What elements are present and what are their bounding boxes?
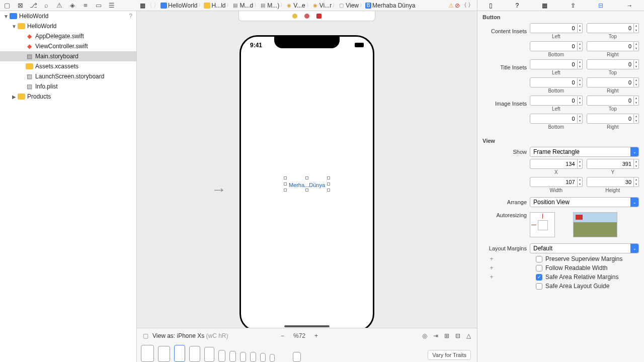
inset-input[interactable] (587, 77, 634, 87)
autoresize-control[interactable] (530, 212, 555, 237)
help-inspector-icon[interactable]: ? (516, 2, 519, 9)
arrange-icon[interactable]: △ (466, 332, 471, 339)
margins-dropdown[interactable]: Default⌄ (530, 243, 639, 253)
tree-root[interactable]: ▼ HelloWorld ? (0, 11, 136, 21)
resolve-icon[interactable]: ⊟ (455, 332, 460, 339)
plus-icon[interactable]: + (489, 264, 495, 272)
warn-icon[interactable]: ⚠ (55, 2, 63, 10)
pin-icon[interactable]: ⊞ (444, 332, 449, 339)
inset-input[interactable] (530, 41, 578, 51)
tag-icon[interactable]: ◈ (68, 2, 76, 10)
jb-back-icon[interactable]: 〈 (461, 1, 467, 10)
x-input[interactable] (530, 159, 578, 169)
stepper[interactable]: ▴▾ (634, 114, 639, 124)
dot-icon (316, 14, 321, 19)
file-inspector-icon[interactable]: ▯ (489, 2, 493, 9)
stepper[interactable]: ▴▾ (634, 77, 639, 87)
inset-input[interactable] (587, 23, 634, 33)
arrange-dropdown[interactable]: Position View⌄ (530, 197, 639, 207)
jump-seg[interactable]: BMerhaba Dünya (365, 2, 415, 9)
zoom-out-button[interactable]: − (281, 332, 284, 339)
zoom-in-button[interactable]: + (314, 332, 318, 339)
size-inspector-icon[interactable]: ⊟ (598, 2, 603, 9)
tree-row[interactable]: ▤Main.storyboard (0, 51, 136, 61)
stepper[interactable]: ▴▾ (578, 159, 583, 169)
stepper[interactable]: ▴▾ (578, 59, 583, 69)
attr-inspector-icon[interactable]: ⇪ (571, 2, 576, 9)
y-input[interactable] (587, 159, 634, 169)
folder-icon[interactable]: ▢ (3, 2, 11, 10)
height-input[interactable] (587, 177, 634, 187)
grid-icon[interactable]: ▦ (140, 2, 145, 9)
help-icon[interactable]: ? (129, 13, 136, 20)
branch-icon[interactable]: ⎇ (29, 2, 37, 10)
file-icon (17, 22, 25, 30)
stepper[interactable]: ▴▾ (578, 114, 583, 124)
checkbox[interactable] (536, 283, 542, 290)
selected-button[interactable]: Merha...Dünya (288, 182, 326, 189)
list-icon[interactable]: ≡ (82, 2, 90, 10)
jb-fwd-icon[interactable]: 〉 (468, 1, 474, 10)
stepper[interactable]: ▴▾ (634, 59, 639, 69)
jump-seg[interactable]: ▢View (338, 2, 359, 9)
entry-arrow-icon[interactable]: → (211, 181, 226, 198)
doc-outline-icon[interactable]: ▢ (143, 332, 148, 339)
jump-seg[interactable]: HelloWorld (160, 2, 197, 9)
plus-icon[interactable]: + (489, 255, 495, 262)
inset-input[interactable] (530, 96, 578, 106)
jump-seg[interactable]: ▤M...) (260, 2, 279, 9)
tree-row[interactable]: ▤LaunchScreen.storyboard (0, 71, 136, 81)
stepper[interactable]: ▴▾ (634, 41, 639, 51)
search-icon[interactable]: ⌕ (42, 2, 50, 10)
flag-icon[interactable]: ▭ (95, 2, 103, 10)
identity-inspector-icon[interactable]: ▦ (542, 2, 547, 9)
inset-input[interactable] (587, 114, 634, 124)
stepper[interactable]: ▴▾ (578, 41, 583, 51)
conn-inspector-icon[interactable]: → (626, 2, 632, 9)
align-icon[interactable]: ⇥ (433, 332, 438, 339)
tree-row[interactable]: ▼HelloWorld (0, 21, 136, 31)
inset-input[interactable] (530, 77, 578, 87)
inset-input[interactable] (587, 41, 634, 51)
stepper[interactable]: ▴▾ (578, 96, 583, 106)
plus-icon[interactable]: + (489, 274, 495, 281)
chat-icon[interactable]: ☰ (108, 2, 116, 10)
stepper[interactable]: ▴▾ (578, 77, 583, 87)
inset-input[interactable] (530, 23, 578, 33)
viewas-label[interactable]: View as: iPhone Xs (wC hR) (152, 332, 228, 339)
width-input[interactable] (530, 177, 578, 187)
show-dropdown[interactable]: Frame Rectangle⌄ (530, 147, 639, 157)
tree-row[interactable]: ▶Products (0, 92, 136, 102)
tree-row[interactable]: Assets.xcassets (0, 61, 136, 71)
inset-input[interactable] (530, 114, 578, 124)
stepper[interactable]: ▴▾ (578, 23, 583, 33)
stepper[interactable]: ▴▾ (634, 23, 639, 33)
device-row[interactable] (141, 345, 301, 362)
jump-seg[interactable]: H...ld (204, 2, 225, 9)
stepper[interactable]: ▴▾ (634, 159, 639, 169)
tree-row[interactable]: ▤Info.plist (0, 81, 136, 92)
tree-row[interactable]: ◆AppDelegate.swift (0, 31, 136, 41)
checkbox[interactable] (536, 256, 542, 262)
checkbox[interactable]: ✓ (536, 274, 542, 281)
jump-seg[interactable]: ◉Vi...r (312, 2, 332, 9)
canvas[interactable]: → 9:41 Merha...Dünya ▢ View as: iPhone X… (137, 11, 477, 362)
stepper[interactable]: ▴▾ (634, 177, 639, 187)
embed-icon[interactable]: ◎ (422, 332, 427, 339)
inset-input[interactable] (530, 59, 578, 69)
checkbox[interactable] (536, 265, 542, 272)
inset-input[interactable] (587, 59, 634, 69)
doc-outline-button[interactable] (238, 11, 375, 21)
stepper[interactable]: ▴▾ (578, 177, 583, 187)
tree-row[interactable]: ◆ViewController.swift (0, 41, 136, 51)
back-icon[interactable]: 〈 (146, 1, 152, 10)
inset-input[interactable] (587, 96, 634, 106)
xsquare-icon[interactable]: ⊠ (16, 2, 24, 10)
warn-badge-icon[interactable]: ⚠ (448, 2, 454, 9)
vary-traits-button[interactable]: Vary for Traits (428, 350, 471, 360)
forward-icon[interactable]: 〉 (153, 1, 159, 10)
jump-seg[interactable]: ◉V...e (286, 2, 305, 9)
err-badge-icon[interactable]: ⊘ (455, 2, 460, 9)
jump-seg[interactable]: ▤M...d (232, 2, 253, 9)
stepper[interactable]: ▴▾ (634, 96, 639, 106)
